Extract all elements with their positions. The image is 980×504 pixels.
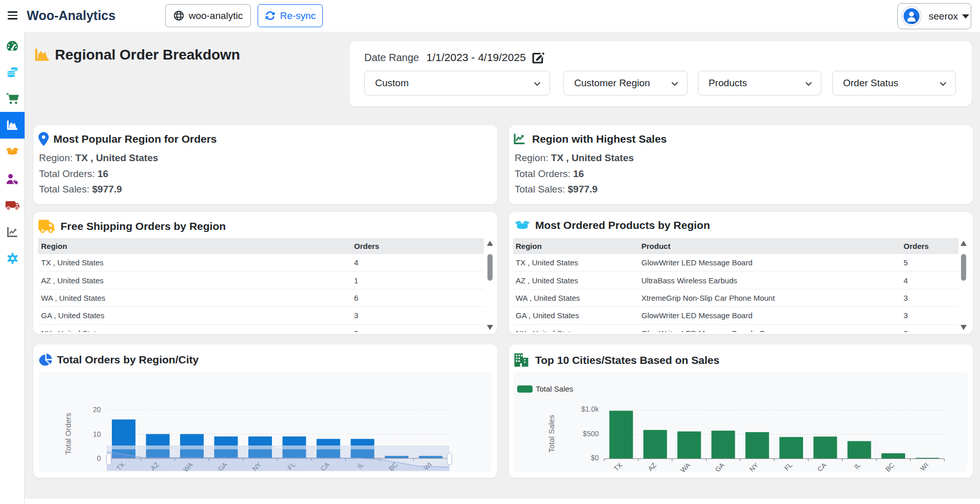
svg-text:AZ: AZ <box>646 461 658 472</box>
svg-text:$1.0k: $1.0k <box>581 405 599 413</box>
svg-text:10: 10 <box>93 430 101 438</box>
svg-text:Total Sales: Total Sales <box>536 384 573 393</box>
svg-text:BC: BC <box>884 461 896 472</box>
svg-text:FL: FL <box>783 461 794 472</box>
svg-text:TX: TX <box>612 461 624 472</box>
svg-text:20: 20 <box>93 405 101 414</box>
svg-text:IL: IL <box>853 461 862 471</box>
svg-text:Total Sales: Total Sales <box>547 415 556 452</box>
svg-text:WI: WI <box>919 461 930 472</box>
svg-text:$500: $500 <box>583 430 599 438</box>
svg-text:WA: WA <box>679 461 692 472</box>
svg-text:Total Orders: Total Orders <box>64 413 72 455</box>
svg-text:NY: NY <box>748 461 760 472</box>
svg-text:CA: CA <box>816 461 828 472</box>
svg-text:0: 0 <box>97 454 101 462</box>
svg-text:GA: GA <box>714 461 726 472</box>
svg-text:$0: $0 <box>591 454 599 462</box>
